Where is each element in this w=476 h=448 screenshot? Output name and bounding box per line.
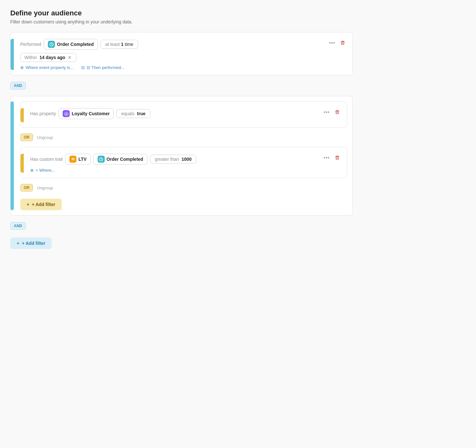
equals-prefix: equals xyxy=(121,111,134,116)
and-badge-2-container: AND xyxy=(10,219,353,233)
add-filter-blue-plus-icon: + xyxy=(17,241,19,246)
block2-dots-button[interactable]: ••• xyxy=(323,109,330,115)
condition-prefix: greater than xyxy=(155,157,179,162)
plus-icon-2: ⊕ xyxy=(30,168,34,173)
greater-than-pill[interactable]: greater than 1000 xyxy=(150,155,197,164)
and-badge-1: AND xyxy=(10,82,26,90)
within-prefix: Within xyxy=(24,55,37,60)
order-completed-ref-pill[interactable]: Order Completed xyxy=(93,154,147,165)
svg-marker-8 xyxy=(65,113,67,115)
ltv-pill[interactable]: LTV xyxy=(65,154,91,165)
block3-main-row: Has custom trait LTV xyxy=(30,154,323,165)
within-tag[interactable]: Within 14 days ago ✕ xyxy=(20,53,76,62)
equals-pill[interactable]: equals true xyxy=(116,109,150,118)
where-event-property-button[interactable]: ⊕ Where event property is... xyxy=(20,65,74,70)
purple-cube-icon xyxy=(63,110,70,117)
block3-action-row: ⊕ + Where... xyxy=(30,168,323,173)
group2-content: Has property Loyalty Customer equals tru… xyxy=(20,101,347,210)
block1-row-actions: ••• xyxy=(328,39,346,46)
block2-accent xyxy=(21,108,24,122)
order-completed-ref: Order Completed xyxy=(107,157,143,162)
where-label: + Where... xyxy=(36,168,55,173)
condition-block-2: Has property Loyalty Customer equals tru… xyxy=(20,101,347,128)
page-title: Define your audience xyxy=(10,9,353,17)
block2-content: Has property Loyalty Customer equals tru… xyxy=(30,108,323,122)
within-close-button[interactable]: ✕ xyxy=(67,55,72,60)
property-name: Loyalty Customer xyxy=(72,111,110,116)
svg-rect-13 xyxy=(72,159,75,159)
event-pill[interactable]: Order Completed xyxy=(44,39,98,50)
svg-rect-15 xyxy=(72,158,75,158)
teal-clock-icon-2 xyxy=(98,156,105,163)
block3-delete-button[interactable] xyxy=(334,155,340,161)
event-name: Order Completed xyxy=(57,42,93,47)
block2-main-row: Has property Loyalty Customer equals tru… xyxy=(30,108,323,119)
block1-accent xyxy=(11,39,14,70)
block1-dots-button[interactable]: ••• xyxy=(328,40,336,46)
has-property-label: Has property xyxy=(30,111,56,116)
where-button[interactable]: ⊕ + Where... xyxy=(30,168,55,173)
performed-label: Performed xyxy=(20,42,41,47)
block1-content: Performed Order Completed at least 1 tim… xyxy=(20,39,328,70)
block3-row-actions: ••• xyxy=(323,154,340,161)
block1-action-row: ⊕ Where event property is... ⊟ ⊟ Then pe… xyxy=(20,65,328,70)
add-filter-blue-button[interactable]: + + Add filter xyxy=(10,237,52,249)
or-badge-1: OR xyxy=(20,134,33,141)
svg-rect-14 xyxy=(72,159,75,160)
add-filter-yellow-button[interactable]: + + Add filter xyxy=(20,199,62,210)
condition-block-1: Performed Order Completed at least 1 tim… xyxy=(10,32,353,75)
ungroup-button-1[interactable]: Ungroup xyxy=(37,135,53,140)
or-ungroup-row-1: OR Ungroup xyxy=(20,130,347,144)
where-event-label: Where event property is... xyxy=(26,65,74,70)
plus-icon: ⊕ xyxy=(20,65,24,70)
block1-main-row: Performed Order Completed at least 1 tim… xyxy=(20,39,328,50)
condition-value: 1000 xyxy=(181,157,191,162)
or-ungroup-row-2: OR Ungroup xyxy=(20,181,347,195)
block3-content: Has custom trait LTV xyxy=(30,154,323,173)
page-subtitle: Filter down customers using anything in … xyxy=(10,19,353,24)
svg-line-2 xyxy=(51,44,52,45)
freq-suffix: time xyxy=(125,42,133,47)
within-value: 14 days ago xyxy=(40,55,65,60)
ungroup-button-2[interactable]: Ungroup xyxy=(37,185,53,190)
then-performed-label: ⊟ Then performed... xyxy=(87,65,125,70)
svg-rect-4 xyxy=(342,41,344,41)
and-badge-1-container: AND xyxy=(10,79,353,93)
block1-sub-row: Within 14 days ago ✕ xyxy=(20,53,328,62)
has-custom-trait-label: Has custom trait xyxy=(30,157,63,162)
block1-delete-button[interactable] xyxy=(339,40,346,46)
add-filter-yellow-label: + Add filter xyxy=(32,202,55,207)
add-filter-plus-icon: + xyxy=(27,202,29,207)
group2-outer: Has property Loyalty Customer equals tru… xyxy=(10,96,353,216)
block2-delete-button[interactable] xyxy=(334,109,340,116)
orange-stack-icon xyxy=(69,156,76,163)
condition-block-3: Has custom trait LTV xyxy=(20,147,347,178)
equals-value: true xyxy=(137,111,145,116)
svg-rect-20 xyxy=(336,156,338,156)
svg-line-18 xyxy=(101,159,102,160)
or-badge-2: OR xyxy=(20,184,33,192)
freq-prefix: at least xyxy=(105,42,120,47)
block3-accent xyxy=(21,154,24,173)
group2-left-bar xyxy=(11,101,14,210)
teal-clock-icon xyxy=(48,41,55,48)
add-filter-blue-label: + Add filter xyxy=(22,241,45,246)
svg-rect-10 xyxy=(336,110,338,111)
block3-dots-button[interactable]: ••• xyxy=(323,155,330,161)
freq-value: 1 xyxy=(121,42,124,47)
and-badge-2: AND xyxy=(10,222,26,230)
filter-icon: ⊟ xyxy=(81,65,85,70)
then-performed-button[interactable]: ⊟ ⊟ Then performed... xyxy=(81,65,125,70)
property-pill[interactable]: Loyalty Customer xyxy=(58,108,114,119)
block2-row-actions: ••• xyxy=(323,108,340,116)
frequency-pill[interactable]: at least 1 time xyxy=(101,40,138,49)
ltv-label: LTV xyxy=(78,157,86,162)
